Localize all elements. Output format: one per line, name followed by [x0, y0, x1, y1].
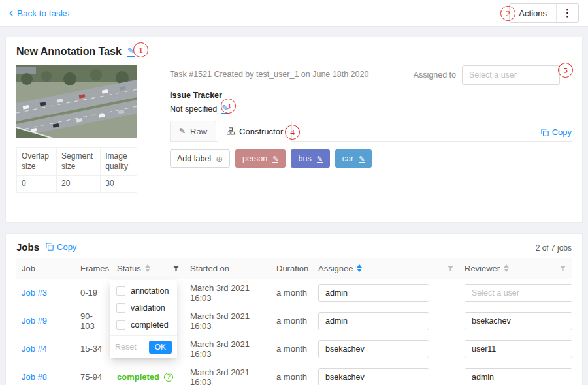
column-header-duration: Duration [271, 258, 313, 279]
topbar: ‹ Back to tasks Actions ⋮ [0, 0, 588, 27]
jobs-table: Job Frames Status [16, 258, 572, 385]
job-link[interactable]: Job #4 [22, 344, 47, 354]
edit-label-icon[interactable]: ✎ [272, 155, 278, 163]
copy-jobs-label: Copy [57, 242, 76, 252]
assignee-input[interactable] [318, 340, 429, 358]
column-header-job: Job [16, 258, 75, 279]
filter-reviewer-icon[interactable] [559, 265, 566, 272]
filter-option-validation[interactable]: validation [110, 300, 177, 316]
table-row: Job #4 15-34 March 3rd 2021 16:03 a mont… [16, 335, 572, 363]
copy-jobs-link[interactable]: Copy [46, 242, 76, 252]
label-tag-bus[interactable]: bus ✎ [291, 149, 329, 168]
filter-assignee-icon[interactable] [447, 265, 454, 272]
assignee-input[interactable] [318, 368, 429, 385]
job-link[interactable]: Job #3 [22, 288, 47, 298]
copy-labels-link[interactable]: Copy [541, 127, 572, 141]
tab-raw[interactable]: ✎ Raw [170, 121, 216, 142]
question-circle-icon[interactable]: ? [164, 373, 173, 382]
reviewer-input[interactable] [465, 340, 572, 358]
copy-icon [541, 129, 549, 136]
assigned-to-input[interactable] [462, 65, 560, 85]
reviewer-input[interactable] [465, 284, 572, 302]
reviewer-input[interactable] [465, 368, 572, 385]
param-overlap-size-header: Overlap size [17, 148, 57, 176]
edit-label-icon[interactable]: ✎ [359, 155, 365, 163]
sort-reviewer-icon[interactable] [504, 264, 509, 272]
copy-icon [46, 243, 54, 251]
job-link[interactable]: Job #8 [22, 372, 47, 382]
params-value-row: 0 20 30 [17, 176, 137, 193]
status-filter-dropdown: annotation validation completed Reset OK [110, 280, 177, 358]
plus-circle-icon: ⊕ [216, 154, 223, 164]
more-vertical-icon[interactable]: ⋮ [556, 4, 578, 22]
table-row: Job #3 0-19 March 3rd 2021 16:03 a month [16, 279, 572, 307]
column-header-reviewer-label: Reviewer [465, 264, 500, 273]
label-tag-car[interactable]: car ✎ [335, 149, 372, 168]
column-header-status: Status [112, 258, 185, 279]
filter-dropdown-footer: Reset OK [110, 335, 177, 358]
tab-constructor[interactable]: Constructor [218, 121, 292, 142]
param-image-quality-header: Image quality [101, 148, 137, 176]
task-title: New Annotation Task [16, 46, 122, 57]
assignee-input[interactable] [318, 284, 429, 302]
frames-cell: 0-19 [75, 279, 112, 307]
status-completed-label: completed [117, 372, 159, 382]
duration-cell: a month [271, 307, 313, 335]
started-on-cell: March 3rd 2021 16:03 [185, 363, 271, 385]
filter-option-annotation[interactable]: annotation [110, 283, 177, 300]
actions-button-label: Actions [510, 4, 556, 22]
issue-tracker-value: Not specified [170, 104, 217, 114]
jobs-header: Jobs Copy 2 of 7 jobs [16, 241, 572, 253]
params-header-row: Overlap size Segment size Image quality [17, 148, 137, 176]
started-on-cell: March 3rd 2021 16:03 [185, 307, 271, 335]
started-on-cell: March 3rd 2021 16:03 [185, 335, 271, 363]
edit-task-name-icon[interactable]: ✎ [127, 46, 135, 56]
sort-status-icon[interactable] [145, 264, 150, 272]
actions-button[interactable]: Actions ⋮ [509, 3, 579, 23]
labels-editor-tabs: ✎ Raw Constructor [170, 120, 572, 142]
column-header-frames: Frames [75, 258, 112, 279]
issue-tracker-section: Issue Tracker Not specified ✎ [170, 91, 572, 114]
param-segment-size-header: Segment size [57, 148, 101, 176]
jobs-count: 2 of 7 jobs [536, 243, 572, 253]
checkbox-completed[interactable] [116, 320, 125, 330]
assignee-input[interactable] [318, 312, 429, 330]
job-link[interactable]: Job #9 [22, 316, 47, 326]
frames-cell: 90-103 [75, 307, 112, 335]
table-row: Job #9 90-103 March 3rd 2021 16:03 a mon… [16, 307, 572, 335]
label-tag-bus-name: bus [298, 154, 311, 163]
tab-raw-label: Raw [190, 127, 207, 136]
filter-option-completed[interactable]: completed [110, 316, 177, 333]
param-segment-size-value: 20 [57, 176, 101, 193]
label-tag-person-name: person [242, 154, 267, 163]
task-details-card: New Annotation Task ✎ [5, 37, 583, 223]
frames-cell: 15-34 [75, 335, 112, 363]
filter-status-icon[interactable] [172, 265, 180, 272]
filter-reset-button[interactable]: Reset [115, 343, 137, 352]
constructor-content: Add label ⊕ person ✎ bus ✎ car [170, 142, 572, 176]
issue-tracker-label: Issue Tracker [170, 91, 572, 100]
back-to-tasks-link[interactable]: ‹ Back to tasks [9, 7, 69, 19]
jobs-table-header-row: Job Frames Status [16, 258, 572, 279]
reviewer-input[interactable] [465, 312, 572, 330]
add-label-button[interactable]: Add label ⊕ [170, 149, 230, 168]
checkbox-annotation[interactable] [116, 286, 125, 296]
checkbox-validation[interactable] [116, 303, 125, 313]
filter-option-annotation-label: annotation [131, 286, 169, 296]
edit-issue-tracker-icon[interactable]: ✎ [221, 104, 229, 114]
blocks-icon [227, 127, 235, 135]
task-left-column: Overlap size Segment size Image quality … [16, 65, 137, 193]
labels-editor: ✎ Raw Constructor [170, 120, 572, 176]
duration-cell: a month [271, 279, 313, 307]
pencil-icon: ✎ [179, 127, 186, 136]
filter-ok-button[interactable]: OK [149, 341, 172, 354]
back-to-tasks-label: Back to tasks [17, 8, 69, 18]
column-header-assignee: Assignee [313, 258, 459, 279]
sort-assignee-icon[interactable] [357, 264, 362, 272]
task-parameters-table: Overlap size Segment size Image quality … [16, 147, 137, 193]
filter-option-completed-label: completed [131, 320, 169, 330]
label-tag-person[interactable]: person ✎ [235, 149, 286, 168]
task-meta-row: Task #1521 Created by test_user_1 on Jun… [170, 65, 572, 85]
jobs-card: Jobs Copy 2 of 7 jobs Job Frames [5, 233, 583, 385]
edit-label-icon[interactable]: ✎ [317, 155, 323, 163]
